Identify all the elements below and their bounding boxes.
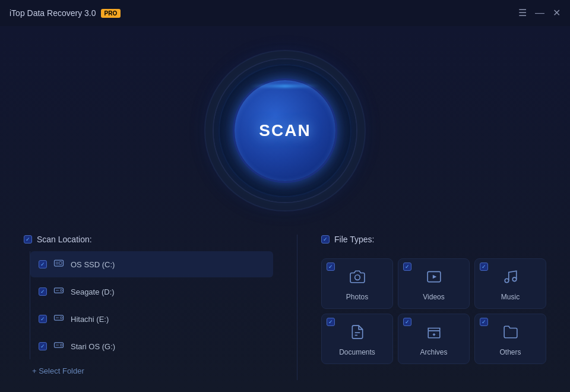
music-icon: [503, 269, 518, 288]
scan-button[interactable]: SCAN: [235, 80, 335, 181]
minimize-icon[interactable]: —: [535, 8, 544, 18]
file-types-header: File Types:: [321, 235, 546, 244]
svg-point-17: [512, 277, 517, 282]
file-type-checkbox-photos[interactable]: [327, 263, 335, 271]
drive-label-e: Hitachi (E:): [71, 315, 109, 324]
drive-list: OS SSD (C:) Seagate (D:) Hitachi (E:) St…: [30, 251, 273, 359]
drive-checkbox-d[interactable]: [39, 287, 47, 296]
drive-icon-e: [53, 312, 65, 326]
file-type-card-music[interactable]: Music: [474, 258, 546, 309]
file-type-grid: Photos Videos Music Documents Archives O…: [321, 258, 546, 364]
file-type-card-archives[interactable]: Archives: [398, 314, 470, 364]
drive-item-e[interactable]: Hitachi (E:): [30, 306, 273, 332]
file-type-card-documents[interactable]: Documents: [321, 314, 393, 364]
file-type-card-photos[interactable]: Photos: [321, 258, 393, 309]
file-type-label-photos: Photos: [346, 293, 368, 301]
scan-location-checkbox[interactable]: [24, 235, 32, 244]
title-controls: ☰ — ✕: [518, 8, 560, 18]
file-type-checkbox-documents[interactable]: [327, 318, 335, 326]
scan-outer-ring: SCAN: [214, 59, 356, 202]
file-type-label-videos: Videos: [423, 293, 444, 301]
title-left: iTop Data Recovery 3.0 PRO: [10, 8, 121, 18]
file-type-checkbox-videos[interactable]: [403, 263, 411, 271]
file-type-label-documents: Documents: [339, 348, 375, 356]
file-type-card-others[interactable]: Others: [474, 314, 546, 364]
drive-checkbox-e[interactable]: [39, 315, 47, 323]
close-icon[interactable]: ✕: [553, 8, 560, 18]
svg-point-11: [61, 344, 62, 346]
svg-point-13: [354, 274, 360, 280]
svg-point-16: [505, 279, 509, 283]
drive-label-d: Seagate (D:): [71, 287, 115, 296]
drive-checkbox-c[interactable]: [39, 260, 47, 268]
archives-icon: [426, 324, 442, 343]
drive-icon-d: [53, 284, 65, 299]
file-types-title: File Types:: [334, 235, 374, 244]
menu-icon[interactable]: ☰: [518, 8, 527, 18]
bottom-panel: Scan Location: OS SSD (C:) Seagate (D:) …: [0, 235, 570, 392]
svg-rect-3: [59, 262, 62, 265]
select-folder-label: + Select Folder: [32, 366, 84, 375]
drive-item-g[interactable]: Stari OS (G:): [30, 333, 273, 359]
drive-item-c[interactable]: OS SSD (C:): [30, 251, 273, 277]
panel-divider: [297, 235, 297, 380]
file-type-label-archives: Archives: [420, 348, 447, 356]
file-type-checkbox-archives[interactable]: [403, 318, 411, 326]
pro-badge: PRO: [101, 9, 121, 18]
title-bar: iTop Data Recovery 3.0 PRO ☰ — ✕: [0, 0, 570, 26]
scan-button-label: SCAN: [259, 121, 311, 140]
file-type-label-music: Music: [501, 293, 520, 301]
file-types-panel: File Types: Photos Videos Music Document…: [321, 235, 546, 380]
documents-icon: [350, 324, 365, 343]
file-types-checkbox[interactable]: [321, 235, 330, 244]
photos-icon: [350, 269, 365, 288]
file-type-card-videos[interactable]: Videos: [398, 258, 470, 309]
file-type-checkbox-music[interactable]: [480, 263, 488, 271]
file-type-checkbox-others[interactable]: [480, 318, 488, 326]
videos-icon: [426, 269, 442, 288]
select-folder-button[interactable]: + Select Folder: [24, 362, 273, 380]
svg-point-5: [61, 289, 62, 291]
drive-item-d[interactable]: Seagate (D:): [30, 279, 273, 305]
drive-icon-c: [53, 257, 65, 271]
others-icon: [503, 324, 518, 343]
drive-label-c: OS SSD (C:): [71, 260, 115, 269]
scan-location-title: Scan Location:: [37, 235, 92, 244]
svg-point-8: [61, 317, 62, 318]
app-title: iTop Data Recovery 3.0: [10, 8, 96, 18]
scan-area: SCAN: [0, 26, 570, 235]
file-type-label-others: Others: [499, 348, 521, 356]
drive-icon-g: [53, 339, 65, 353]
drive-label-g: Stari OS (G:): [71, 342, 115, 351]
drive-checkbox-g[interactable]: [39, 342, 47, 350]
svg-marker-15: [432, 274, 436, 279]
main-content: SCAN Scan Location: OS SSD (C:) Seagate …: [0, 26, 570, 392]
scan-location-panel: Scan Location: OS SSD (C:) Seagate (D:) …: [24, 235, 273, 380]
scan-location-header: Scan Location:: [24, 235, 273, 244]
